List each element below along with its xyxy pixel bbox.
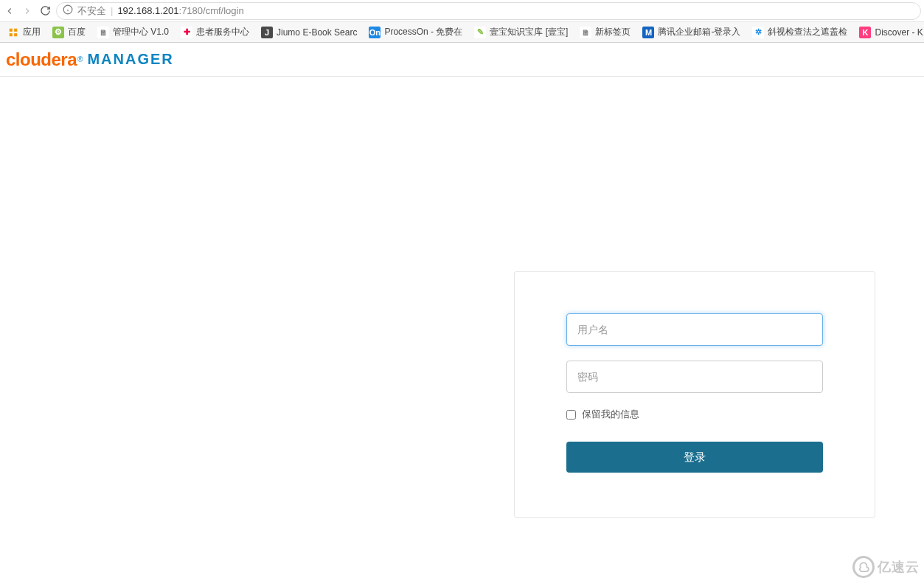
- url-text: 192.168.1.201:7180/cmf/login: [117, 5, 243, 16]
- bookmark-favicon: 🗎: [580, 27, 591, 38]
- bookmark-favicon: ⚙: [52, 27, 64, 38]
- remember-row[interactable]: 保留我的信息: [566, 408, 823, 421]
- bookmarks-bar: 应用 ⚙百度🗎管理中心 V1.0✚患者服务中心JJiumo E-Book Sea…: [0, 22, 924, 43]
- svg-rect-3: [10, 28, 13, 31]
- apps-icon: [7, 27, 19, 38]
- login-card: 保留我的信息 登录: [514, 271, 875, 518]
- bookmark-item[interactable]: ⚙百度: [48, 24, 90, 41]
- remember-checkbox[interactable]: [566, 410, 576, 420]
- address-bar[interactable]: 不安全 | 192.168.1.201:7180/cmf/login: [56, 2, 921, 20]
- bookmark-label: ProcessOn - 免费在: [384, 26, 462, 38]
- svg-rect-5: [10, 33, 13, 36]
- bookmark-label: 壹宝知识宝库 [壹宝]: [490, 26, 568, 38]
- password-input[interactable]: [566, 361, 823, 393]
- bookmark-label: 腾讯企业邮箱-登录入: [658, 26, 740, 38]
- watermark: 亿速云: [852, 556, 920, 578]
- bookmark-item[interactable]: 🗎管理中心 V1.0: [93, 24, 173, 41]
- forward-button[interactable]: [21, 4, 34, 18]
- bookmark-label: Jiumo E-Book Searc: [277, 27, 357, 38]
- reload-button[interactable]: [38, 4, 52, 18]
- bookmark-favicon: J: [261, 27, 273, 38]
- apps-button[interactable]: 应用: [3, 24, 45, 41]
- svg-rect-4: [14, 28, 17, 31]
- watermark-icon: [852, 556, 875, 578]
- bookmark-item[interactable]: M腾讯企业邮箱-登录入: [638, 24, 745, 41]
- page-header: cloudera® MANAGER: [0, 43, 924, 77]
- apps-label: 应用: [23, 26, 41, 38]
- bookmark-item[interactable]: KDiscover - K: [855, 24, 924, 41]
- bookmark-label: 百度: [68, 26, 86, 38]
- bookmark-label: 新标签页: [595, 26, 631, 38]
- bookmark-item[interactable]: ✲斜视检查法之遮盖检: [748, 24, 852, 41]
- bookmark-favicon: M: [642, 27, 654, 38]
- bookmark-item[interactable]: ✚患者服务中心: [176, 24, 254, 41]
- remember-label: 保留我的信息: [582, 408, 639, 421]
- separator: |: [111, 5, 113, 16]
- bookmark-label: 管理中心 V1.0: [113, 26, 169, 38]
- bookmark-favicon: ✲: [752, 27, 764, 38]
- bookmark-item[interactable]: 🗎新标签页: [575, 24, 635, 41]
- brand-reg: ®: [77, 55, 83, 63]
- bookmark-item[interactable]: JJiumo E-Book Searc: [257, 24, 361, 41]
- bookmark-item[interactable]: ✎壹宝知识宝库 [壹宝]: [470, 24, 572, 41]
- brand-word-1: cloudera: [6, 49, 77, 70]
- bookmark-item[interactable]: OnProcessOn - 免费在: [364, 24, 467, 41]
- bookmark-favicon: ✚: [181, 27, 192, 38]
- page-content: 保留我的信息 登录 亿速云: [0, 77, 924, 581]
- info-icon: [63, 4, 73, 17]
- back-button[interactable]: [3, 4, 16, 18]
- browser-nav-bar: 不安全 | 192.168.1.201:7180/cmf/login: [0, 0, 924, 22]
- brand-word-2: MANAGER: [87, 51, 173, 68]
- username-input[interactable]: [566, 313, 823, 346]
- bookmark-favicon: K: [859, 27, 871, 38]
- bookmark-label: Discover - K: [875, 27, 923, 38]
- bookmark-label: 斜视检查法之遮盖检: [768, 26, 847, 38]
- bookmark-favicon: On: [369, 27, 381, 38]
- brand-logo: cloudera® MANAGER: [6, 49, 174, 70]
- svg-rect-6: [14, 33, 17, 36]
- security-label: 不安全: [77, 4, 106, 18]
- bookmark-favicon: 🗎: [97, 27, 109, 38]
- watermark-text: 亿速云: [878, 558, 920, 576]
- bookmark-label: 患者服务中心: [196, 26, 249, 38]
- bookmark-favicon: ✎: [474, 27, 486, 38]
- login-button[interactable]: 登录: [566, 442, 823, 473]
